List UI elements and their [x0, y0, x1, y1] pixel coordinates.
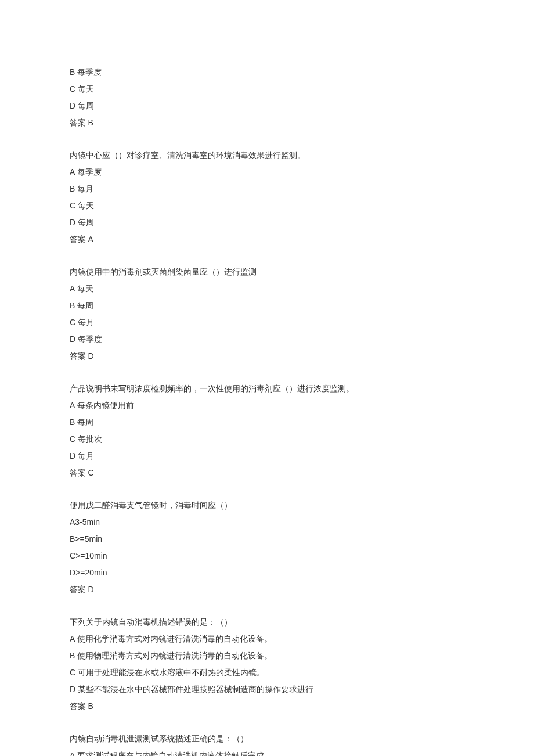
option-line: D 每季度 — [70, 331, 464, 348]
option-text: 每月 — [78, 318, 94, 327]
answer-value: D — [88, 585, 94, 594]
question-block: 下列关于内镜自动消毒机描述错误的是：（）A 使用化学消毒方式对内镜进行清洗消毒的… — [70, 614, 464, 715]
document-content: B 每季度C 每天D 每周答案 B内镜中心应（）对诊疗室、清洗消毒室的环境消毒效… — [70, 64, 464, 756]
option-line: B 每月 — [70, 181, 464, 197]
option-line: A 要求测试程序在与内镜自动清洗机内液体接触后完成。 — [70, 747, 464, 756]
option-line: C 可用于处理能浸在水或水溶液中不耐热的柔性内镜。 — [70, 664, 464, 681]
option-label: C — [70, 84, 75, 93]
option-text: 每周 — [77, 418, 93, 427]
option-label: C — [70, 434, 75, 444]
option-text: >=10min — [75, 551, 107, 560]
option-line: D 每周 — [70, 214, 464, 231]
option-text: 每月 — [77, 185, 93, 193]
option-line: C 每天 — [70, 81, 464, 98]
option-line: A 每天 — [70, 280, 464, 297]
option-text: 每季度 — [77, 168, 102, 177]
option-text: 每周 — [77, 301, 93, 310]
answer-line: 答案 B — [70, 698, 464, 715]
answer-label: 答案 — [70, 702, 86, 711]
option-line: B>=5min — [70, 531, 464, 548]
question-stem: 内镜使用中的消毒剂或灭菌剂染菌量应（）进行监测 — [70, 264, 464, 280]
option-label: D — [70, 334, 75, 344]
answer-value: A — [88, 235, 93, 244]
question-stem: 产品说明书未写明浓度检测频率的，一次性使用的消毒剂应（）进行浓度监测。 — [70, 381, 464, 397]
option-label: D — [70, 568, 75, 577]
question-stem: 内镜中心应（）对诊疗室、清洗消毒室的环境消毒效果进行监测。 — [70, 147, 464, 164]
option-text: 每天 — [78, 85, 94, 93]
option-text: 每天 — [77, 285, 93, 293]
option-label: B — [70, 184, 75, 193]
option-line: B 每周 — [70, 297, 464, 314]
option-text: 使用化学消毒方式对内镜进行清洗消毒的自动化设备。 — [77, 635, 272, 643]
option-label: D — [70, 685, 75, 694]
answer-line: 答案 A — [70, 231, 464, 248]
option-line: C 每月 — [70, 314, 464, 331]
option-label: B — [70, 67, 75, 77]
option-label: C — [70, 201, 75, 210]
option-text: 每季度 — [77, 68, 102, 77]
option-label: B — [70, 417, 75, 427]
option-line: D 某些不能浸在水中的器械部件处理按照器械制造商的操作要求进行 — [70, 681, 464, 698]
option-label: A — [70, 517, 75, 527]
option-text: 每批次 — [78, 435, 102, 444]
answer-line: 答案 C — [70, 465, 464, 481]
question-block: 使用戊二醛消毒支气管镜时，消毒时间应（）A3-5minB>=5minC>=10m… — [70, 498, 464, 598]
option-line: D 每周 — [70, 98, 464, 114]
option-line: A 每条内镜使用前 — [70, 397, 464, 414]
option-text: 每条内镜使用前 — [77, 401, 134, 410]
option-label: C — [70, 551, 75, 560]
option-line: C 每批次 — [70, 431, 464, 448]
answer-value: C — [88, 468, 94, 477]
option-label: B — [70, 301, 75, 310]
option-text: >=5min — [75, 534, 102, 543]
option-text: 可用于处理能浸在水或水溶液中不耐热的柔性内镜。 — [78, 668, 265, 677]
option-label: A — [70, 751, 75, 756]
answer-label: 答案 — [70, 235, 86, 244]
option-line: B 每周 — [70, 414, 464, 431]
option-label: B — [70, 651, 75, 660]
option-line: D>=20min — [70, 564, 464, 581]
question-stem: 使用戊二醛消毒支气管镜时，消毒时间应（） — [70, 498, 464, 514]
answer-line: 答案 D — [70, 581, 464, 598]
option-line: C 每天 — [70, 197, 464, 214]
option-text: 使用物理消毒方式对内镜进行清洗消毒的自动化设备。 — [77, 651, 272, 660]
answer-label: 答案 — [70, 118, 86, 127]
option-label: A — [70, 284, 75, 293]
option-label: D — [70, 451, 75, 460]
option-line: B 使用物理消毒方式对内镜进行清洗消毒的自动化设备。 — [70, 647, 464, 664]
question-block: 内镜使用中的消毒剂或灭菌剂染菌量应（）进行监测A 每天B 每周C 每月D 每季度… — [70, 264, 464, 365]
question-stem: 内镜自动消毒机泄漏测试系统描述正确的是：（） — [70, 731, 464, 747]
option-label: A — [70, 634, 75, 643]
question-block: B 每季度C 每天D 每周答案 B — [70, 64, 464, 131]
option-label: A — [70, 167, 75, 177]
option-text: 3-5min — [75, 517, 100, 527]
option-label: B — [70, 534, 75, 543]
answer-line: 答案 B — [70, 114, 464, 131]
option-line: D 每月 — [70, 448, 464, 465]
option-label: C — [70, 318, 75, 327]
question-block: 内镜中心应（）对诊疗室、清洗消毒室的环境消毒效果进行监测。A 每季度B 每月C … — [70, 147, 464, 248]
option-label: D — [70, 218, 75, 227]
answer-value: B — [88, 118, 93, 127]
option-text: 每周 — [78, 102, 94, 110]
option-line: A 使用化学消毒方式对内镜进行清洗消毒的自动化设备。 — [70, 631, 464, 647]
option-line: A3-5min — [70, 514, 464, 531]
option-label: C — [70, 668, 75, 677]
option-text: 每周 — [78, 218, 94, 227]
option-text: 每季度 — [78, 335, 102, 344]
option-line: C>=10min — [70, 548, 464, 564]
option-text: >=20min — [75, 568, 107, 577]
answer-label: 答案 — [70, 585, 86, 594]
answer-value: D — [88, 351, 94, 361]
option-text: 某些不能浸在水中的器械部件处理按照器械制造商的操作要求进行 — [78, 685, 313, 694]
option-text: 每月 — [78, 452, 94, 460]
question-stem: 下列关于内镜自动消毒机描述错误的是：（） — [70, 614, 464, 631]
answer-label: 答案 — [70, 352, 86, 361]
question-block: 产品说明书未写明浓度检测频率的，一次性使用的消毒剂应（）进行浓度监测。A 每条内… — [70, 381, 464, 481]
answer-line: 答案 D — [70, 348, 464, 365]
option-text: 要求测试程序在与内镜自动清洗机内液体接触后完成。 — [77, 751, 272, 756]
option-line: A 每季度 — [70, 164, 464, 181]
answer-label: 答案 — [70, 469, 86, 477]
question-block: 内镜自动消毒机泄漏测试系统描述正确的是：（）A 要求测试程序在与内镜自动清洗机内… — [70, 731, 464, 756]
option-line: B 每季度 — [70, 64, 464, 81]
